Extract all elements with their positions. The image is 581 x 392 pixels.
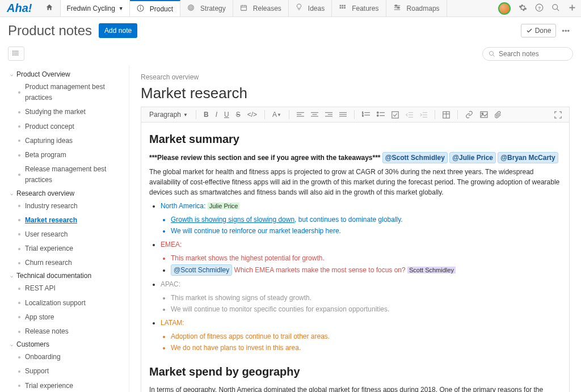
fullscreen-button[interactable]	[551, 110, 565, 120]
nav-ideas[interactable]: Ideas	[289, 0, 332, 16]
home-icon[interactable]	[39, 3, 60, 13]
align-justify-button[interactable]	[336, 111, 350, 119]
bold-button[interactable]: B	[201, 109, 212, 120]
user-avatar[interactable]	[498, 2, 511, 15]
more-actions-icon[interactable]: •••	[558, 24, 573, 37]
road-icon	[393, 4, 404, 13]
svg-point-54	[377, 115, 378, 116]
tree-item[interactable]: Product concept	[0, 120, 129, 134]
breadcrumb[interactable]: Research overview	[141, 73, 570, 81]
bullet-icon	[18, 233, 20, 235]
text-color-button[interactable]: A ▼	[270, 109, 284, 120]
intro-paragraph: The global market for health and fitness…	[149, 167, 561, 197]
tree-item[interactable]: Support	[0, 364, 129, 378]
bullet-icon	[18, 385, 20, 387]
checklist-button[interactable]	[389, 110, 402, 120]
svg-rect-6	[241, 5, 246, 10]
gear-icon[interactable]	[519, 3, 527, 14]
bullet-icon	[18, 111, 20, 113]
tree-group-customers[interactable]: ⌵Customers	[0, 339, 129, 350]
svg-rect-15	[342, 7, 344, 9]
tree-item[interactable]: Trial experience	[0, 379, 129, 392]
tree-item[interactable]: Market research	[0, 213, 129, 227]
review-prompt: ***Please review this section and see if…	[149, 152, 561, 163]
done-button[interactable]: Done	[521, 24, 557, 37]
tree-item[interactable]: App store	[0, 310, 129, 324]
tree-item[interactable]: Capturing ideas	[0, 134, 129, 148]
align-center-button[interactable]	[308, 111, 321, 119]
chevron-down-icon: ⌵	[10, 342, 13, 347]
italic-button[interactable]: I	[213, 109, 220, 120]
tree-item[interactable]: Release management best practices	[0, 162, 129, 187]
tree-item[interactable]: Industry research	[0, 199, 129, 213]
nav-roadmaps[interactable]: Roadmaps	[386, 0, 447, 16]
grid-icon	[339, 4, 349, 13]
svg-rect-14	[340, 7, 342, 9]
search-icon	[489, 50, 495, 57]
tree-item[interactable]: Product management best practices	[0, 80, 129, 105]
align-left-button[interactable]	[294, 111, 307, 119]
search-notes[interactable]	[482, 47, 573, 61]
page-title: Product notes	[8, 23, 92, 39]
ordered-list-button[interactable]: 12	[359, 110, 373, 119]
nav-features[interactable]: Features	[332, 0, 386, 16]
tree-item[interactable]: Trial experience	[0, 242, 129, 256]
tree-item[interactable]: REST API	[0, 281, 129, 296]
bullet-icon	[18, 125, 20, 128]
align-right-button[interactable]	[322, 111, 335, 119]
note-editor: Research overview Market research Paragr…	[129, 65, 581, 392]
mention[interactable]: @Bryan McCarty	[498, 152, 558, 163]
bullet-icon	[18, 302, 20, 304]
document-title[interactable]: Market research	[141, 85, 570, 102]
editor-toolbar: Paragraph▼ B I U S </> A ▼ 12	[141, 107, 570, 123]
mention[interactable]: @Julie Price	[449, 152, 496, 163]
nav-releases[interactable]: Releases	[233, 0, 289, 16]
tree-group-research-overview[interactable]: ⌵Research overview	[0, 188, 129, 199]
link-button[interactable]	[462, 109, 476, 120]
workspace-picker[interactable]: Fredwin Cycling ▼	[60, 0, 129, 16]
image-button[interactable]	[477, 110, 491, 119]
inline-comment[interactable]: Scott Schmidley	[407, 267, 456, 273]
tree-item[interactable]: Churn research	[0, 256, 129, 270]
attachment-button[interactable]	[492, 109, 505, 120]
list-view-toggle[interactable]	[8, 47, 24, 61]
geo-paragraph: In terms of geography, North America dom…	[149, 385, 561, 392]
help-icon[interactable]: ?	[535, 3, 544, 14]
add-icon[interactable]	[568, 3, 576, 14]
chevron-down-icon: ⌵	[10, 273, 13, 279]
unordered-list-button[interactable]	[374, 110, 388, 119]
tree-item[interactable]: Release notes	[0, 324, 129, 339]
search-input[interactable]	[499, 50, 567, 58]
nav-product[interactable]: Product	[130, 0, 180, 16]
underline-button[interactable]: U	[221, 109, 232, 120]
tree-group-technical-documentation[interactable]: ⌵Technical documentation	[0, 270, 129, 281]
add-note-button[interactable]: Add note	[99, 23, 137, 38]
info-icon	[137, 5, 147, 14]
table-button[interactable]	[440, 110, 453, 120]
tree-item[interactable]: Beta program	[0, 148, 129, 162]
tree-group-product-overview[interactable]: ⌵Product Overview	[0, 69, 129, 80]
tree-item[interactable]: Onboarding	[0, 350, 129, 364]
outdent-button[interactable]	[403, 111, 416, 119]
document-body[interactable]: Market summary ***Please review this sec…	[141, 123, 570, 392]
indent-button[interactable]	[417, 111, 430, 119]
tree-item[interactable]: Localization support	[0, 296, 129, 310]
search-icon[interactable]	[551, 3, 560, 14]
bullet-icon	[18, 316, 20, 318]
svg-rect-1	[140, 7, 141, 10]
svg-point-31	[12, 51, 13, 52]
paragraph-style-dropdown[interactable]: Paragraph▼	[146, 109, 191, 120]
mention[interactable]: @Scott Schmidley	[382, 152, 448, 163]
bullet-icon	[18, 174, 20, 176]
tree-item[interactable]: User research	[0, 227, 129, 242]
code-button[interactable]: </>	[245, 109, 260, 120]
top-nav: Aha! Fredwin Cycling ▼ ProductStrategyRe…	[0, 0, 581, 17]
strike-button[interactable]: S	[233, 109, 243, 120]
svg-rect-13	[344, 5, 346, 6]
brand-logo[interactable]: Aha!	[0, 2, 39, 15]
inline-comment[interactable]: Julie Price	[208, 203, 240, 209]
mention[interactable]: @Scott Schmidley	[171, 264, 232, 276]
nav-strategy[interactable]: Strategy	[180, 0, 233, 16]
bullet-icon	[18, 331, 20, 333]
tree-item[interactable]: Studying the market	[0, 105, 129, 119]
